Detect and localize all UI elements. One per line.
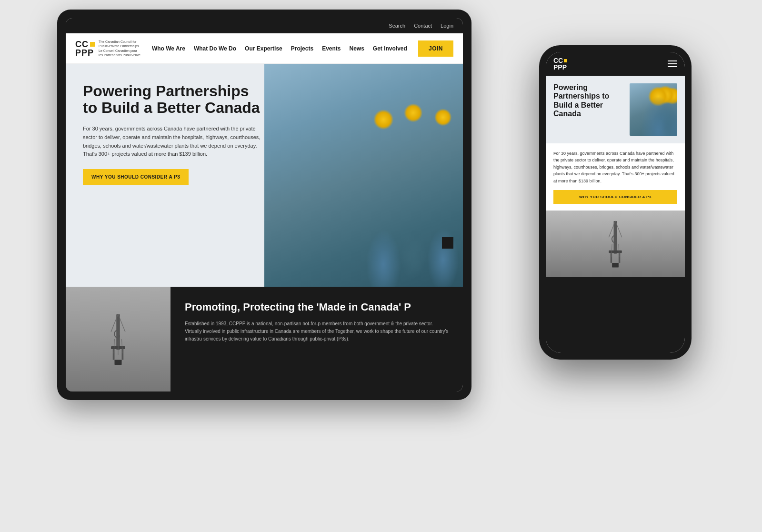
phone-body-text: For 30 years, governments across Canada … [553, 150, 677, 184]
tablet-logo: CC PPP The Canadian Council for Public-P… [75, 40, 140, 57]
logo-cc: CC [75, 40, 89, 49]
crane-icon [99, 311, 137, 368]
phone-logo-square [564, 59, 567, 62]
phone-mockup: CC PPP Powering Partnerships to Build a … [539, 45, 692, 360]
phone-screen: CC PPP Powering Partnerships to Build a … [546, 52, 685, 353]
logo-tagline: The Canadian Council for Public-Private … [99, 40, 140, 57]
tablet-mockup: Search Contact Login CC PPP The Canadian [57, 10, 471, 400]
tablet-nav: CC PPP The Canadian Council for Public-P… [66, 33, 463, 64]
phone-crane-visual [546, 211, 685, 277]
svg-rect-14 [612, 263, 619, 268]
tablet-bottom-body: Established in 1993, CCPPP is a national… [185, 320, 449, 343]
phone-bottom-image [546, 211, 685, 277]
nav-news[interactable]: News [349, 45, 364, 52]
hamburger-menu-button[interactable] [668, 60, 677, 67]
tablet-nav-links: Who We Are What Do We Do Our Expertise P… [152, 45, 418, 52]
phone-cta-button[interactable]: WHY YOU SHOULD CONSIDER A P3 [553, 190, 677, 204]
dark-square-accent [442, 237, 453, 249]
hamburger-line-3 [668, 66, 677, 67]
svg-rect-11 [609, 251, 622, 253]
phone-hero-image [630, 83, 677, 136]
phone-logo: CC PPP [553, 57, 567, 70]
phone-hero-text: Powering Partnerships to Build a Better … [553, 83, 625, 136]
tablet-screen: Search Contact Login CC PPP The Canadian [66, 18, 463, 391]
tablet-hero-body: For 30 years, governments across Canada … [83, 125, 267, 158]
phone-hero-heading: Powering Partnerships to Build a Better … [553, 83, 625, 119]
hamburger-line-1 [668, 60, 677, 61]
tablet-hero: Powering Partnerships to Build a Better … [66, 64, 463, 287]
phone-bottom-section [546, 211, 685, 353]
tablet-bottom-image [66, 287, 170, 391]
nav-our-expertise[interactable]: Our Expertise [245, 45, 282, 52]
phone-logo-top: CC [553, 57, 567, 64]
crane-visual [66, 287, 170, 391]
phone-body: For 30 years, governments across Canada … [546, 143, 685, 211]
nav-who-we-are[interactable]: Who We Are [152, 45, 185, 52]
nav-projects[interactable]: Projects [291, 45, 313, 52]
tablet-bottom-section: Promoting, Protecting the 'Made in Canad… [66, 287, 463, 391]
phone-logo-cc: CC [553, 57, 563, 64]
scene: Search Contact Login CC PPP The Canadian [0, 0, 762, 532]
join-button[interactable]: JOIN [418, 40, 453, 57]
phone-nav: CC PPP [546, 52, 685, 76]
svg-rect-3 [122, 349, 124, 360]
svg-rect-10 [614, 221, 617, 254]
logo-top-row: CC [75, 40, 95, 49]
logo-ppp: PPP [75, 49, 95, 57]
phone-hero: Powering Partnerships to Build a Better … [546, 76, 685, 143]
nav-events[interactable]: Events [322, 45, 341, 52]
phone-logo-ppp: PPP [553, 64, 567, 70]
utility-login-link[interactable]: Login [441, 23, 453, 29]
nav-get-involved[interactable]: Get Involved [373, 45, 407, 52]
tablet-hero-heading: Powering Partnerships to Build a Better … [83, 83, 267, 116]
utility-contact-link[interactable]: Contact [414, 23, 432, 29]
svg-rect-13 [619, 253, 620, 263]
tablet-bottom-text: Promoting, Protecting the 'Made in Canad… [170, 287, 463, 391]
logo-yellow-square [90, 42, 95, 47]
svg-rect-12 [611, 253, 612, 263]
tablet-utility-bar: Search Contact Login [66, 18, 463, 33]
tablet-hero-image [264, 64, 463, 287]
hamburger-line-2 [668, 63, 677, 64]
logo-cc-ppp: CC PPP [75, 40, 95, 57]
workers-visual [264, 64, 463, 287]
svg-rect-4 [115, 360, 122, 365]
phone-hero-overlay [630, 83, 677, 136]
hero-overlay [264, 64, 463, 287]
tablet-hero-cta[interactable]: WHY YOU SHOULD CONSIDER A P3 [83, 169, 189, 185]
phone-crane-icon [601, 218, 630, 270]
utility-search-link[interactable]: Search [389, 23, 405, 29]
svg-rect-2 [113, 349, 115, 360]
nav-what-do-we-do[interactable]: What Do We Do [194, 45, 236, 52]
tablet-hero-content: Powering Partnerships to Build a Better … [66, 64, 284, 199]
tablet-bottom-heading: Promoting, Protecting the 'Made in Canad… [185, 301, 449, 313]
phone-workers-image [630, 83, 677, 136]
